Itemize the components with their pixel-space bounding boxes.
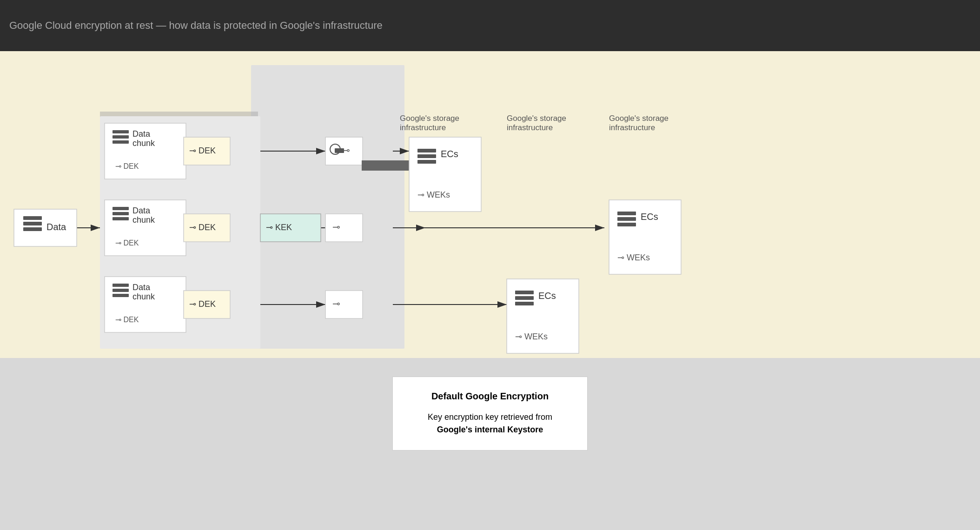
svg-text:⊸: ⊸	[342, 145, 350, 155]
svg-text:Google's storage: Google's storage	[400, 114, 459, 123]
svg-text:Google's storage: Google's storage	[609, 114, 669, 123]
svg-rect-58	[325, 291, 363, 318]
svg-rect-40	[113, 294, 129, 297]
svg-rect-74	[617, 212, 636, 215]
svg-text:⊸ DEK: ⊸ DEK	[189, 223, 216, 232]
svg-rect-80	[515, 291, 534, 294]
svg-text:Data: Data	[132, 129, 151, 139]
svg-rect-76	[617, 223, 636, 226]
svg-rect-26	[113, 140, 129, 144]
svg-rect-32	[113, 212, 129, 215]
top-bar: Google Cloud encryption at rest — how da…	[0, 0, 980, 51]
svg-text:ECs: ECs	[538, 291, 556, 301]
svg-text:infrastructure: infrastructure	[507, 123, 553, 132]
legend-box: Default Google Encryption Key encryption…	[392, 377, 588, 450]
top-bar-text: Google Cloud encryption at rest — how da…	[9, 19, 383, 33]
svg-rect-68	[417, 149, 436, 152]
legend-description-bold: Google's internal Keystore	[437, 425, 543, 434]
svg-rect-25	[113, 135, 129, 139]
svg-rect-79	[507, 279, 579, 353]
svg-text:ECs: ECs	[641, 212, 658, 222]
svg-rect-67	[409, 137, 481, 212]
svg-text:⊸ DEK: ⊸ DEK	[189, 146, 216, 155]
svg-text:⊸ DEK: ⊸ DEK	[189, 299, 216, 309]
svg-rect-56	[325, 214, 363, 242]
svg-text:⊸ WEKs: ⊸ WEKs	[417, 190, 450, 199]
svg-rect-73	[609, 200, 681, 274]
svg-text:⊸ KEK: ⊸ KEK	[266, 223, 292, 232]
svg-text:infrastructure: infrastructure	[609, 123, 655, 132]
svg-rect-38	[113, 284, 129, 287]
svg-rect-31	[113, 207, 129, 210]
svg-text:⊸: ⊸	[332, 222, 340, 232]
legend-description: Key encryption key retrieved from	[428, 412, 552, 422]
svg-rect-82	[515, 302, 534, 305]
svg-text:ECs: ECs	[441, 149, 458, 159]
svg-text:⊸ DEK: ⊸ DEK	[115, 316, 139, 324]
svg-text:Data: Data	[46, 222, 66, 232]
svg-text:chunk: chunk	[132, 139, 155, 148]
legend-desc: Key encryption key retrieved from Google…	[416, 411, 564, 436]
svg-text:⊸ WEKs: ⊸ WEKs	[617, 253, 650, 262]
legend-title: Default Google Encryption	[416, 391, 564, 402]
diagram-area: Data Data chunk ⊸ DEK Data chunk ⊸ DEK D…	[0, 51, 980, 358]
svg-rect-75	[617, 217, 636, 221]
svg-text:Data: Data	[132, 206, 151, 215]
svg-text:infrastructure: infrastructure	[400, 123, 446, 132]
bottom-area: Default Google Encryption Key encryption…	[0, 358, 980, 530]
svg-text:chunk: chunk	[132, 292, 155, 301]
svg-rect-70	[417, 160, 436, 164]
svg-rect-81	[515, 296, 534, 300]
svg-text:⊸ DEK: ⊸ DEK	[115, 162, 139, 170]
diagram-svg: Data Data chunk ⊸ DEK Data chunk ⊸ DEK D…	[0, 51, 980, 358]
svg-rect-69	[417, 154, 436, 158]
svg-rect-20	[23, 227, 42, 231]
svg-rect-19	[23, 222, 42, 225]
svg-rect-24	[113, 130, 129, 133]
svg-text:chunk: chunk	[132, 215, 155, 225]
svg-text:⊸: ⊸	[332, 298, 340, 309]
svg-text:Data: Data	[132, 283, 151, 292]
svg-text:⊸ WEKs: ⊸ WEKs	[515, 332, 548, 341]
svg-text:Google's storage: Google's storage	[507, 114, 566, 123]
svg-rect-39	[113, 289, 129, 292]
svg-rect-33	[113, 217, 129, 220]
svg-text:⊸ DEK: ⊸ DEK	[115, 239, 139, 247]
svg-rect-18	[23, 216, 42, 220]
